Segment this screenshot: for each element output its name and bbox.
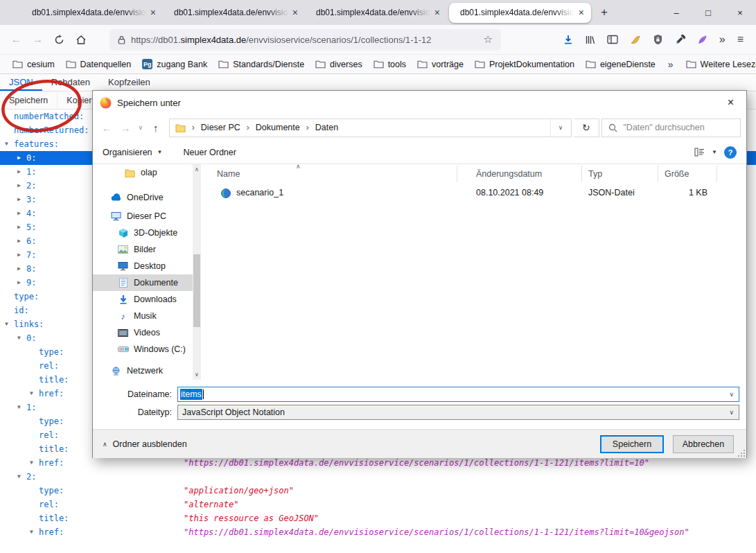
download-icon[interactable] <box>563 35 573 44</box>
column-header-type[interactable]: Typ <box>588 164 602 184</box>
filename-dropdown-icon[interactable]: ∨ <box>729 391 734 398</box>
tab-close-icon[interactable]: × <box>579 8 584 17</box>
forward-icon[interactable]: → <box>27 29 49 51</box>
twisty-expanded-icon[interactable]: ▼ <box>5 321 8 327</box>
reload-icon[interactable] <box>49 29 70 51</box>
organize-button[interactable]: Organisieren▼ <box>103 148 163 157</box>
save-button[interactable]: Speichern <box>600 435 664 453</box>
scroll-down-icon[interactable]: ∨ <box>193 371 201 378</box>
url-bar[interactable]: https://db01.simplex4data.de/envvisioser… <box>109 29 501 51</box>
tab-json[interactable]: JSON <box>0 74 42 91</box>
bookmark-item[interactable]: eigeneDienste <box>580 60 661 69</box>
column-header-name[interactable]: Name <box>217 164 240 184</box>
refresh-icon[interactable]: ↻ <box>574 119 600 137</box>
breadcrumb-item[interactable]: Dieser PC <box>201 123 240 132</box>
dialog-title-bar[interactable]: Speichern unter × <box>93 91 746 114</box>
sidebar-item-videos[interactable]: Videos <box>93 324 193 341</box>
twisty-expanded-icon[interactable]: ▼ <box>17 335 21 341</box>
tab-close-icon[interactable]: × <box>150 8 156 17</box>
bookmark-item[interactable]: vorträge <box>412 60 469 69</box>
scrollbar-thumb[interactable] <box>193 254 200 327</box>
twisty-collapsed-icon[interactable]: ▶ <box>17 168 21 175</box>
tab-kopfzeilen[interactable]: Kopfzeilen <box>99 74 159 91</box>
dialog-forward-icon[interactable]: → <box>117 122 134 134</box>
twisty-expanded-icon[interactable]: ▼ <box>17 404 21 410</box>
minimize-icon[interactable]: – <box>660 0 692 25</box>
bookmarks-overflow-icon[interactable]: » <box>661 59 680 70</box>
twisty-collapsed-icon[interactable]: ▶ <box>17 252 21 258</box>
tab-close-icon[interactable]: × <box>434 8 440 17</box>
address-dropdown-icon[interactable]: ∨ <box>550 119 571 137</box>
twisty-expanded-icon[interactable]: ▼ <box>30 390 33 396</box>
column-header-date[interactable]: Änderungsdatum <box>476 164 542 184</box>
cancel-button[interactable]: Abbrechen <box>673 435 734 453</box>
home-icon[interactable] <box>70 29 91 51</box>
dialog-address-bar[interactable]: ›Dieser PC›Dokumente›Daten ∨ <box>169 119 572 137</box>
filename-input[interactable]: items ∨ <box>177 387 739 402</box>
twisty-expanded-icon[interactable]: ▼ <box>17 473 21 480</box>
view-mode-dropdown-icon[interactable]: ▼ <box>712 149 717 155</box>
shield-lock-icon[interactable] <box>653 34 663 45</box>
new-folder-button[interactable]: Neuer Ordner <box>184 148 236 157</box>
twisty-collapsed-icon[interactable]: ▶ <box>17 210 21 216</box>
sidebar-item-downloads[interactable]: Downloads <box>93 291 193 308</box>
new-tab-icon[interactable]: + <box>593 6 615 19</box>
twisty-collapsed-icon[interactable]: ▶ <box>17 224 21 230</box>
browser-tab[interactable]: db01.simplex4data.de/envvisiose× <box>449 3 591 23</box>
file-row[interactable]: secanario_1 08.10.2021 08:49 JSON-Datei … <box>209 185 746 202</box>
twisty-collapsed-icon[interactable]: ▶ <box>17 279 21 286</box>
twisty-collapsed-icon[interactable]: ▶ <box>17 238 21 244</box>
bookmark-item[interactable]: Standards/Dienste <box>213 60 310 69</box>
save-json-button[interactable]: Speichern <box>0 91 58 109</box>
library-icon[interactable] <box>585 35 595 45</box>
twisty-expanded-icon[interactable]: ▼ <box>5 141 8 147</box>
resize-grip[interactable] <box>738 450 746 457</box>
browser-tab[interactable]: db01.simplex4data.de/envvisiose× <box>21 0 163 25</box>
tree-row[interactable]: ▼href:"https://db01.simplex4data.de/envv… <box>0 456 756 470</box>
breadcrumb-item[interactable]: Dokumente <box>256 123 300 132</box>
browser-tab[interactable]: db01.simplex4data.de/envvisiose× <box>305 0 447 25</box>
scroll-up-icon[interactable]: ∧ <box>193 166 201 173</box>
tree-row[interactable]: ▼href:"https://db01.simplex4data.de/envv… <box>0 525 756 539</box>
hide-folders-button[interactable]: ∧ Ordner ausblenden <box>103 439 187 449</box>
dialog-up-icon[interactable]: ↑ <box>148 122 164 134</box>
sidebar-item-olap[interactable]: olap <box>93 164 193 181</box>
twisty-collapsed-icon[interactable]: ▶ <box>17 265 21 272</box>
twisty-collapsed-icon[interactable]: ▶ <box>17 182 21 188</box>
bookmark-item[interactable]: Datenquellen <box>60 60 137 69</box>
twisty-expanded-icon[interactable]: ▼ <box>30 459 33 466</box>
menu-icon[interactable]: ≡ <box>737 33 744 46</box>
bookmark-item[interactable]: cesium <box>7 60 60 69</box>
sidebar-item-bilder[interactable]: Bilder <box>93 241 193 258</box>
tree-row[interactable]: ▼2: <box>0 470 756 484</box>
twisty-collapsed-icon[interactable]: ▶ <box>17 196 21 202</box>
sidebar-toggle-icon[interactable] <box>607 35 618 44</box>
dialog-history-dropdown-icon[interactable]: ∨ <box>136 124 146 131</box>
sidebar-item-windows-c-[interactable]: Windows (C:) <box>93 341 193 358</box>
dialog-close-icon[interactable]: × <box>715 91 746 114</box>
sidebar-item-dokumente[interactable]: Dokumente <box>93 274 193 291</box>
bookmark-star-icon[interactable]: ☆ <box>484 33 493 46</box>
sidebar-item-desktop[interactable]: Desktop <box>93 258 193 274</box>
bookmark-item[interactable]: diverses <box>310 60 368 69</box>
quill-extension-icon[interactable] <box>697 35 707 45</box>
eyedropper-icon[interactable] <box>675 35 685 45</box>
sidebar-scrollbar[interactable]: ∧ ∨ <box>193 164 201 380</box>
toolbar-overflow-icon[interactable]: » <box>719 33 726 46</box>
filetype-dropdown-icon[interactable]: ∨ <box>729 409 734 416</box>
help-button[interactable]: ? <box>724 146 737 159</box>
bookmark-item[interactable]: ProjektDokumentation <box>469 60 580 69</box>
back-icon[interactable]: ← <box>6 29 27 51</box>
bookmark-item[interactable]: tools <box>368 60 412 69</box>
view-mode-icon[interactable] <box>694 148 705 157</box>
extension-yellow-icon[interactable] <box>630 35 641 45</box>
maximize-icon[interactable]: □ <box>692 0 724 25</box>
sidebar-item-onedrive[interactable]: OneDrive <box>93 189 193 206</box>
tab-close-icon[interactable]: × <box>292 8 298 17</box>
breadcrumb-item[interactable]: Daten <box>315 123 338 132</box>
close-icon[interactable]: × <box>724 0 756 25</box>
bookmark-item[interactable]: Pgzugang Bank <box>137 59 213 69</box>
tree-row[interactable]: type:"application/geo+json" <box>0 484 756 498</box>
sidebar-item-3d-objekte[interactable]: 3D-Objekte <box>93 225 193 241</box>
tree-row[interactable]: rel:"alternate" <box>0 498 756 511</box>
